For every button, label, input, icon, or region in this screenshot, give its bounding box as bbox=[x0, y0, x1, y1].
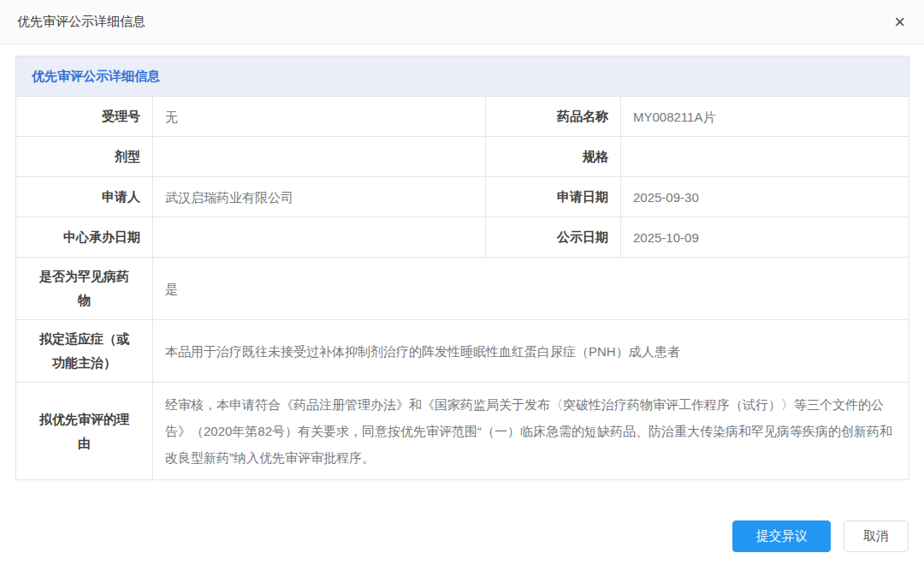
field-value-rare-disease: 是 bbox=[153, 258, 909, 320]
field-value-applicant: 武汉启瑞药业有限公司 bbox=[153, 177, 486, 217]
field-label-specification: 规格 bbox=[486, 137, 621, 177]
field-label-acceptance-number: 受理号 bbox=[16, 97, 153, 137]
field-value-acceptance-number: 无 bbox=[153, 97, 486, 137]
field-value-application-date: 2025-09-30 bbox=[621, 177, 909, 217]
field-label-center-acceptance-date: 中心承办日期 bbox=[16, 217, 153, 258]
submit-objection-button[interactable]: 提交异议 bbox=[732, 520, 831, 552]
field-label-publicity-date: 公示日期 bbox=[486, 217, 621, 258]
cancel-button[interactable]: 取消 bbox=[844, 520, 909, 552]
table-row: 拟优先审评的理由 经审核，本申请符合《药品注册管理办法》和《国家药监局关于发布〈… bbox=[16, 383, 909, 480]
field-value-proposed-indication: 本品用于治疗既往未接受过补体抑制剂治疗的阵发性睡眠性血红蛋白尿症（PNH）成人患… bbox=[153, 320, 909, 383]
table-row: 申请人 武汉启瑞药业有限公司 申请日期 2025-09-30 bbox=[16, 177, 909, 217]
dialog-titlebar: 优先审评公示详细信息 × bbox=[0, 0, 924, 45]
table-row: 剂型 规格 bbox=[16, 137, 909, 177]
field-label-priority-review-reason: 拟优先审评的理由 bbox=[16, 383, 153, 480]
dialog-footer: 提交异议 取消 bbox=[732, 520, 909, 552]
field-label-application-date: 申请日期 bbox=[486, 177, 621, 217]
field-value-priority-review-reason: 经审核，本申请符合《药品注册管理办法》和《国家药监局关于发布〈突破性治疗药物审评… bbox=[153, 383, 909, 480]
table-row: 拟定适应症（或功能主治） 本品用于治疗既往未接受过补体抑制剂治疗的阵发性睡眠性血… bbox=[16, 320, 909, 383]
field-label-drug-name: 药品名称 bbox=[486, 97, 621, 137]
field-label-rare-disease: 是否为罕见病药物 bbox=[16, 258, 153, 320]
field-value-center-acceptance-date bbox=[153, 217, 486, 258]
table-row: 受理号 无 药品名称 MY008211A片 bbox=[16, 97, 909, 137]
dialog-body: 优先审评公示详细信息 受理号 无 药品名称 MY008211A片 剂型 规格 申… bbox=[0, 45, 924, 480]
table-header: 优先审评公示详细信息 bbox=[16, 56, 909, 97]
table-row: 中心承办日期 公示日期 2025-10-09 bbox=[16, 217, 909, 258]
field-value-specification bbox=[621, 137, 909, 177]
field-value-publicity-date: 2025-10-09 bbox=[621, 217, 909, 258]
field-label-dosage-form: 剂型 bbox=[16, 137, 153, 177]
table-row: 是否为罕见病药物 是 bbox=[16, 258, 909, 320]
field-value-dosage-form bbox=[153, 137, 486, 177]
field-label-applicant: 申请人 bbox=[16, 177, 153, 217]
field-value-drug-name: MY008211A片 bbox=[621, 97, 909, 137]
dialog-title: 优先审评公示详细信息 bbox=[17, 14, 145, 30]
close-icon[interactable]: × bbox=[894, 13, 905, 32]
details-table: 优先审评公示详细信息 受理号 无 药品名称 MY008211A片 剂型 规格 申… bbox=[15, 56, 909, 480]
field-label-proposed-indication: 拟定适应症（或功能主治） bbox=[16, 320, 153, 383]
